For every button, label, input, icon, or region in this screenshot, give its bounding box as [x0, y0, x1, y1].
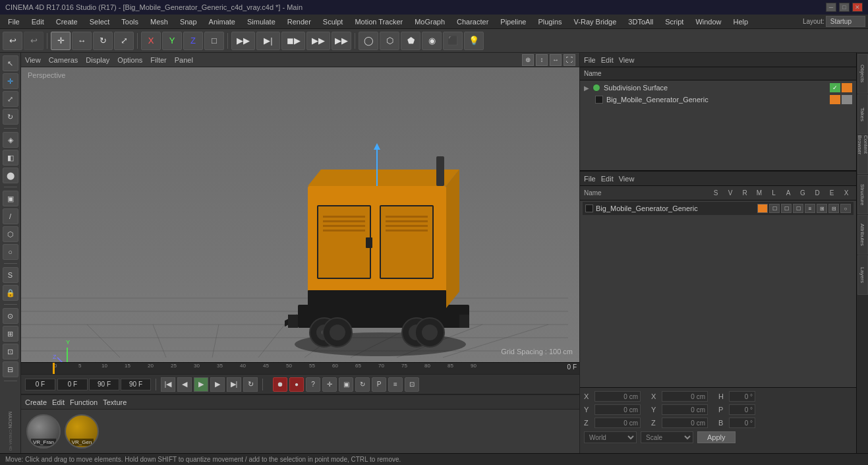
coord-x-pos[interactable] — [594, 391, 641, 402]
ls-sphere-btn[interactable]: ○ — [3, 244, 18, 260]
pb-help-btn[interactable]: ? — [306, 377, 320, 392]
move-tool-button[interactable]: ✛ — [51, 32, 71, 50]
x-axis-button[interactable]: X — [141, 32, 161, 50]
ls-select-btn[interactable]: ↖ — [3, 55, 18, 71]
transform-button[interactable]: ⤢ — [114, 32, 134, 50]
menu-character[interactable]: Character — [451, 16, 494, 27]
undo-button[interactable]: ↩ — [3, 32, 22, 50]
obj-gen-check1[interactable] — [830, 95, 840, 104]
go-end-button[interactable]: ▶| — [227, 377, 241, 392]
attr-gen-check1[interactable]: ☐ — [769, 204, 780, 213]
tb-record-btn[interactable]: ▶▶ — [231, 32, 255, 50]
pb-panel-btn[interactable]: ⊡ — [405, 377, 419, 392]
mat-texture-menu[interactable]: Texture — [103, 398, 127, 406]
ls-floor-btn[interactable]: ⊡ — [3, 344, 18, 359]
pb-sel-key-btn[interactable]: ▣ — [339, 377, 353, 392]
mat-function-menu[interactable]: Function — [70, 398, 98, 406]
attr-gen-check3[interactable]: ☐ — [793, 204, 803, 213]
coord-y-size[interactable] — [662, 404, 708, 415]
vp-menu-view[interactable]: View — [25, 56, 41, 64]
ls-scale-btn[interactable]: ⤢ — [3, 91, 18, 107]
menu-render[interactable]: Render — [282, 16, 316, 27]
vp-menu-panel[interactable]: Panel — [175, 56, 193, 64]
vp-icon-2[interactable]: ↕ — [536, 54, 548, 66]
menu-file[interactable]: File — [3, 16, 25, 27]
loop-button[interactable]: ↻ — [243, 377, 258, 392]
light-btn[interactable]: ⬡ — [380, 32, 399, 50]
menu-select[interactable]: Select — [84, 16, 115, 27]
obj-ss-check-dot[interactable] — [842, 83, 852, 92]
attr-gen-check7[interactable]: ○ — [840, 204, 851, 213]
vtab-structure[interactable]: Structure — [857, 175, 868, 214]
menu-window[interactable]: Window — [690, 16, 726, 27]
coord-p-val[interactable] — [729, 404, 755, 415]
camera-btn[interactable]: ⬟ — [401, 32, 420, 50]
ls-cube-btn[interactable]: ⬡ — [3, 226, 18, 242]
pb-scale-key-btn[interactable]: P — [372, 377, 386, 392]
menu-pipeline[interactable]: Pipeline — [495, 16, 531, 27]
max-frame-input[interactable] — [89, 379, 119, 390]
obj-file-menu[interactable]: File — [584, 56, 596, 64]
tb-btn4[interactable]: ▶▶ — [306, 32, 330, 50]
pb-rot-key-btn[interactable]: ↻ — [355, 377, 370, 392]
ls-lock-btn[interactable]: 🔒 — [3, 285, 18, 301]
attr-edit-menu[interactable]: Edit — [601, 175, 614, 183]
coord-z-size[interactable] — [662, 418, 708, 428]
go-start-button[interactable]: |◀ — [161, 377, 175, 392]
menu-sculpt[interactable]: Sculpt — [318, 16, 349, 27]
obj-ss-check-v[interactable]: ✓ — [830, 83, 840, 92]
menu-mograph[interactable]: MoGraph — [409, 16, 450, 27]
mat-create-menu[interactable]: Create — [25, 398, 47, 406]
play-button[interactable]: ▶ — [194, 377, 208, 392]
coord-z-pos[interactable] — [594, 418, 641, 428]
material-btn[interactable]: ◉ — [422, 32, 442, 50]
attr-file-menu[interactable]: File — [584, 175, 596, 183]
obj-edit-menu[interactable]: Edit — [601, 56, 614, 64]
vtab-takes[interactable]: Takes — [857, 94, 868, 134]
material-vr-fran[interactable]: VR_Fran — [26, 414, 61, 449]
coord-y-pos[interactable] — [594, 404, 641, 415]
pb-record-btn[interactable]: ⏺ — [273, 377, 287, 392]
ls-move-btn[interactable]: ✛ — [3, 73, 18, 89]
all-axis-button[interactable]: □ — [204, 32, 224, 50]
maximize-button[interactable]: □ — [839, 3, 850, 12]
coord-h-val[interactable] — [729, 391, 755, 402]
ls-s-btn[interactable]: S — [3, 267, 18, 283]
obj-view-menu[interactable]: View — [619, 56, 635, 64]
min-frame-input[interactable] — [57, 379, 88, 390]
menu-edit[interactable]: Edit — [26, 16, 49, 27]
vtab-layers[interactable]: Layers — [857, 255, 868, 295]
menu-plugins[interactable]: Plugins — [533, 16, 567, 27]
minimize-button[interactable]: ─ — [826, 3, 836, 12]
vtab-objects[interactable]: Objects — [857, 54, 868, 94]
ls-grid-btn[interactable]: ⊞ — [3, 326, 18, 342]
step-back-button[interactable]: ◀ — [177, 377, 192, 392]
light2-btn[interactable]: 💡 — [464, 32, 484, 50]
step-forward-button[interactable]: ▶ — [210, 377, 225, 392]
render-btn[interactable]: ⬛ — [443, 32, 463, 50]
ls-polygon-btn[interactable]: ◈ — [3, 132, 18, 148]
vp-menu-options[interactable]: Options — [117, 56, 142, 64]
menu-simulate[interactable]: Simulate — [242, 16, 281, 27]
vp-fullscreen-icon[interactable]: ⛶ — [564, 54, 575, 66]
mat-edit-menu[interactable]: Edit — [52, 398, 65, 406]
ls-point-btn[interactable]: ⬤ — [3, 168, 18, 183]
vp-icon-1[interactable]: ⊕ — [522, 54, 534, 66]
redo-button[interactable]: ↩ — [24, 32, 43, 50]
tb-play-btn[interactable]: ▶| — [256, 32, 280, 50]
ls-line-btn[interactable]: / — [3, 208, 18, 224]
menu-motion-tracker[interactable]: Motion Tracker — [349, 16, 408, 27]
vp-icon-3[interactable]: ↔ — [550, 54, 562, 66]
apply-button[interactable]: Apply — [697, 431, 736, 443]
coord-x-size[interactable] — [662, 391, 708, 402]
sphere-btn[interactable]: ◯ — [359, 32, 378, 50]
y-axis-button[interactable]: Y — [162, 32, 182, 50]
attr-gen-check2[interactable]: ☐ — [781, 204, 792, 213]
menu-vray-bridge[interactable]: V-Ray Bridge — [569, 16, 622, 27]
menu-tools[interactable]: Tools — [116, 16, 144, 27]
scale-tool-button[interactable]: ↔ — [72, 32, 92, 50]
tb-btn5[interactable]: ▶▶ — [332, 32, 351, 50]
vp-menu-filter[interactable]: Filter — [150, 56, 166, 64]
menu-mesh[interactable]: Mesh — [145, 16, 173, 27]
menu-script[interactable]: Script — [660, 16, 689, 27]
